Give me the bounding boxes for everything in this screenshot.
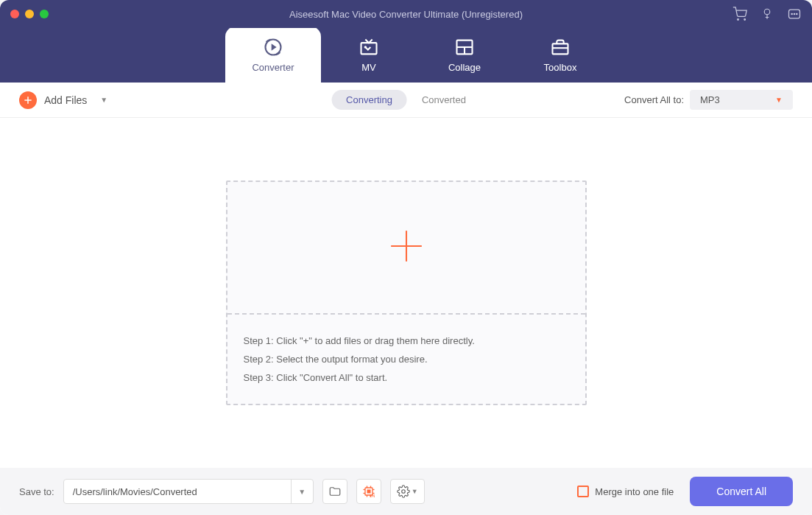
svg-point-10: [364, 46, 367, 49]
svg-point-0: [738, 19, 739, 21]
merge-checkbox[interactable]: [577, 486, 589, 497]
app-window: Aiseesoft Mac Video Converter Ultimate (…: [0, 0, 812, 515]
collage-icon: [454, 37, 475, 57]
svg-point-6: [797, 13, 797, 14]
svg-point-2: [764, 9, 770, 15]
step-text: Step 2: Select the output format you des…: [244, 354, 569, 365]
tab-label: Converter: [252, 62, 294, 73]
open-folder-button[interactable]: [322, 479, 347, 504]
convert-all-to-label: Convert All to:: [624, 94, 684, 105]
svg-marker-8: [272, 43, 277, 50]
tab-toolbox[interactable]: Toolbox: [512, 27, 608, 83]
dropzone-add-area[interactable]: [227, 182, 585, 315]
format-value: MP3: [700, 94, 720, 105]
format-select[interactable]: MP3 ▼: [690, 90, 793, 110]
titlebar-right: [732, 7, 802, 21]
chevron-down-icon[interactable]: ▼: [100, 96, 107, 104]
svg-point-1: [744, 19, 746, 21]
main-tabbar: Converter MV Collage Toolbox: [0, 28, 812, 83]
converter-icon: [263, 37, 283, 57]
svg-point-4: [791, 13, 792, 14]
window-title: Aiseesoft Mac Video Converter Ultimate (…: [289, 9, 523, 20]
toolbox-icon: [550, 37, 571, 57]
merge-label: Merge into one file: [595, 486, 674, 497]
chevron-down-icon: ▼: [291, 479, 313, 504]
plus-large-icon: [388, 228, 425, 267]
toolbar: Add Files ▼ Converting Converted Convert…: [0, 83, 812, 118]
key-icon[interactable]: [760, 7, 774, 21]
chevron-down-icon: ▼: [412, 488, 418, 495]
svg-point-31: [401, 490, 405, 494]
mv-icon: [359, 37, 379, 57]
main-area: Step 1: Click "+" to add files or drag t…: [0, 118, 812, 468]
svg-text:ON: ON: [370, 494, 375, 498]
convert-all-to-group: Convert All to: MP3 ▼: [624, 90, 793, 110]
feedback-icon[interactable]: [787, 7, 802, 21]
step-text: Step 1: Click "+" to add files or drag t…: [244, 335, 569, 346]
subtab-converting[interactable]: Converting: [331, 90, 407, 110]
svg-rect-21: [367, 490, 370, 494]
minimize-window-button[interactable]: [25, 10, 34, 18]
traffic-lights: [10, 10, 49, 18]
subtab-converted[interactable]: Converted: [407, 90, 481, 110]
tab-collage[interactable]: Collage: [417, 27, 512, 83]
convert-all-button[interactable]: Convert All: [690, 477, 793, 506]
cart-icon[interactable]: [732, 7, 747, 21]
dropzone[interactable]: Step 1: Click "+" to add files or drag t…: [226, 181, 587, 405]
add-files-button[interactable]: Add Files ▼: [19, 91, 107, 109]
plus-icon: [19, 91, 37, 109]
gpu-accel-button[interactable]: ON: [356, 479, 381, 504]
settings-button[interactable]: ▼: [390, 479, 425, 504]
tab-mv[interactable]: MV: [321, 27, 417, 83]
tab-label: Collage: [448, 62, 481, 73]
svg-point-5: [794, 13, 794, 14]
tab-converter[interactable]: Converter: [225, 27, 321, 83]
chevron-down-icon: ▼: [775, 96, 783, 104]
svg-rect-14: [553, 43, 568, 54]
subtabs: Converting Converted: [331, 90, 481, 110]
close-window-button[interactable]: [10, 10, 19, 18]
titlebar: Aiseesoft Mac Video Converter Ultimate (…: [0, 0, 812, 28]
merge-checkbox-group[interactable]: Merge into one file: [577, 486, 674, 497]
step-text: Step 3: Click "Convert All" to start.: [244, 372, 569, 383]
tab-label: Toolbox: [544, 62, 577, 73]
maximize-window-button[interactable]: [40, 10, 49, 18]
save-path-select[interactable]: /Users/link/Movies/Converted ▼: [63, 479, 314, 504]
bottombar: Save to: /Users/link/Movies/Converted ▼ …: [0, 468, 812, 515]
tab-label: MV: [361, 62, 376, 73]
save-to-label: Save to:: [19, 486, 54, 497]
dropzone-steps: Step 1: Click "+" to add files or drag t…: [227, 315, 585, 404]
save-path-value: /Users/link/Movies/Converted: [64, 486, 291, 497]
add-files-label: Add Files: [44, 94, 87, 106]
